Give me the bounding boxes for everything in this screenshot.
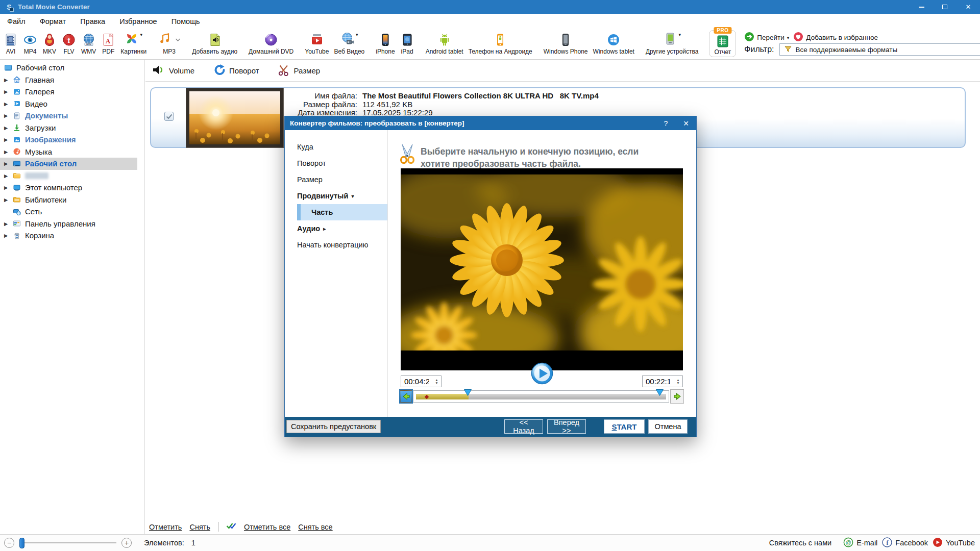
sidebar-item-video[interactable]: ▶ Видео [0, 98, 137, 110]
convert-wmv-button[interactable]: wmv WMV [79, 29, 99, 59]
iphone-button[interactable]: iPhone [373, 29, 397, 59]
maximize-button[interactable] [933, 0, 957, 14]
end-handle-icon[interactable] [656, 389, 664, 396]
menu-edit[interactable]: Правка [73, 17, 112, 26]
sidebar-item-desktop-root[interactable]: Рабочий стол [0, 62, 137, 74]
zoom-slider[interactable] [19, 542, 116, 543]
expand-arrow-icon[interactable]: ▶ [4, 185, 13, 190]
expand-arrow-icon[interactable]: ▶ [4, 77, 13, 83]
spinner-arrows-icon[interactable]: ▲▼ [675, 379, 682, 384]
end-time-input[interactable] [643, 377, 671, 386]
ipad-button[interactable]: iPad [398, 29, 417, 59]
step-back-button[interactable] [399, 389, 413, 404]
save-preset-button[interactable]: Сохранить предустановк [286, 420, 381, 433]
close-button[interactable]: ✕ [957, 0, 980, 14]
uncheck-all-link[interactable]: Снять все [298, 523, 332, 531]
youtube-button[interactable]: YouTube [302, 29, 331, 59]
format-filter-combobox[interactable]: Все поддерживаемые форматы [779, 43, 980, 56]
sidebar-item-network[interactable]: Сеть [0, 206, 137, 218]
zoom-in-button[interactable]: + [121, 538, 132, 548]
menu-file[interactable]: Файл [0, 17, 33, 26]
convert-flv-button[interactable]: f FLV [59, 29, 79, 59]
play-button[interactable] [531, 362, 553, 385]
menu-help[interactable]: Помощь [164, 17, 207, 26]
facebook-link[interactable]: f Facebook [882, 537, 928, 549]
sidebar-item-desktop-selected[interactable]: ▶ Рабочий стол [0, 158, 137, 170]
end-time-spinbox[interactable]: ▲▼ [642, 375, 683, 387]
dialog-nav-part[interactable]: Часть [297, 204, 387, 220]
expand-arrow-icon[interactable]: ▶ [4, 125, 13, 131]
zoom-out-button[interactable]: − [4, 538, 14, 548]
step-forward-button[interactable] [670, 389, 684, 404]
windows-tablet-button[interactable]: Windows tablet [591, 29, 637, 59]
expand-arrow-icon[interactable]: ▶ [4, 161, 13, 166]
convert-mp4-button[interactable]: MP4 [20, 29, 40, 59]
other-devices-button[interactable]: ▾ Другие устройства [643, 29, 701, 59]
youtube-link[interactable]: YouTube [933, 537, 975, 549]
dialog-help-button[interactable]: ? [664, 119, 668, 128]
email-link[interactable]: @ E-mail [843, 537, 877, 549]
minimize-button[interactable] [910, 0, 933, 14]
add-favorite-button[interactable]: Добавить в избранное [793, 32, 878, 43]
start-handle-icon[interactable] [464, 389, 472, 396]
uncheck-link[interactable]: Снять [189, 523, 210, 531]
expand-arrow-icon[interactable]: ▶ [4, 221, 13, 227]
sidebar-item-music[interactable]: ▶ Музыка [0, 146, 137, 158]
start-time-spinbox[interactable]: ▲▼ [401, 375, 442, 387]
spinner-arrows-icon[interactable]: ▲▼ [433, 379, 441, 384]
dialog-nav-audio[interactable]: Аудио▸ [285, 220, 387, 237]
add-audio-button[interactable]: Добавить аудио [189, 29, 240, 59]
cancel-button[interactable]: Отмена [648, 419, 688, 434]
sidebar-item-downloads[interactable]: ▶ Загрузки [0, 122, 137, 134]
expand-arrow-icon[interactable]: ▶ [4, 101, 13, 107]
expand-arrow-icon[interactable]: ▶ [4, 113, 13, 118]
forward-button[interactable]: Вперед >> [547, 419, 586, 434]
rotate-button[interactable]: Поворот [213, 64, 259, 78]
dialog-nav-start-conversion[interactable]: Начать конвертацию [285, 237, 387, 253]
menu-format[interactable]: Формат [33, 17, 74, 26]
expand-arrow-icon[interactable]: ▶ [4, 137, 13, 142]
convert-mkv-button[interactable]: MKV [40, 29, 59, 59]
expand-arrow-icon[interactable]: ▶ [4, 197, 13, 203]
expand-arrow-icon[interactable]: ▶ [4, 173, 13, 179]
back-button[interactable]: << Назад [504, 419, 543, 434]
dialog-nav-size[interactable]: Размер [285, 171, 387, 188]
sidebar-item-home[interactable]: ▶ Главная [0, 74, 137, 86]
toolbar-label: PDF [102, 48, 114, 55]
sidebar-item-images[interactable]: ▶ Изображения [0, 134, 137, 146]
convert-avi-button[interactable]: AVI [1, 29, 20, 59]
start-button[interactable]: START [604, 419, 645, 434]
dialog-nav-advanced[interactable]: Продвинутый▾ [285, 188, 387, 204]
report-button[interactable]: Отчет [712, 32, 733, 57]
convert-pictures-button[interactable]: ▾ Картинки [118, 29, 149, 59]
resize-button[interactable]: Размер [278, 64, 321, 78]
check-all-link[interactable]: Отметить все [244, 523, 290, 531]
trim-range-slider[interactable] [413, 390, 669, 403]
dialog-nav-destination[interactable]: Куда [285, 139, 387, 155]
volume-button[interactable]: Volume [152, 63, 194, 78]
convert-mp3-button[interactable]: MP3 [155, 29, 183, 59]
windows-phone-button[interactable]: Windows Phone [541, 29, 591, 59]
sidebar-item-this-pc[interactable]: ▶ Этот компьютер [0, 182, 137, 194]
goto-button[interactable]: Перейти ▾ [744, 32, 789, 43]
sidebar-item-folder-redacted[interactable]: ▶ [0, 170, 137, 182]
sidebar-item-recycle-bin[interactable]: ▶ Корзина [0, 230, 137, 242]
sidebar-item-gallery[interactable]: ▶ Галерея [0, 86, 137, 98]
menu-favorites[interactable]: Избранное [112, 17, 164, 26]
android-phone-button[interactable]: Телефон на Андроиде [466, 29, 535, 59]
convert-pdf-button[interactable]: A PDF [99, 29, 118, 59]
dialog-nav-rotate[interactable]: Поворот [285, 155, 387, 171]
web-video-button[interactable]: ▾ Веб Видео [331, 29, 367, 59]
sidebar-item-control-panel[interactable]: ▶ Панель управления [0, 218, 137, 230]
expand-arrow-icon[interactable]: ▶ [4, 149, 13, 155]
sidebar-item-documents[interactable]: ▶ Документы [0, 110, 137, 122]
dialog-close-button[interactable]: ✕ [683, 119, 689, 128]
home-dvd-button[interactable]: Домашний DVD [246, 29, 296, 59]
expand-arrow-icon[interactable]: ▶ [4, 233, 13, 238]
zoom-slider-handle[interactable] [19, 538, 24, 548]
start-time-input[interactable] [401, 377, 430, 386]
check-link[interactable]: Отметить [149, 523, 182, 531]
android-tablet-button[interactable]: Android tablet [423, 29, 466, 59]
expand-arrow-icon[interactable]: ▶ [4, 89, 13, 94]
sidebar-item-libraries[interactable]: ▶ Библиотеки [0, 194, 137, 206]
